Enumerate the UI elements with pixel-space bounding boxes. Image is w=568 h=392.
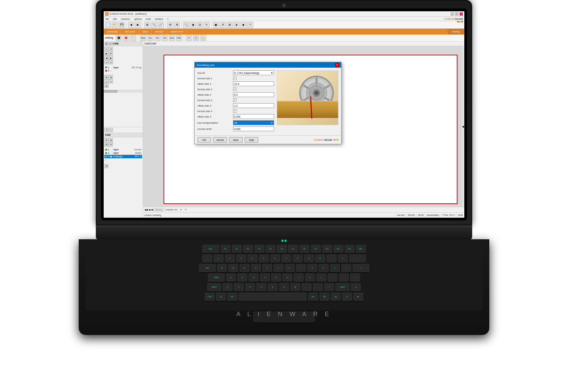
cam-icon-10[interactable]: ◈ [109, 75, 113, 79]
key-minus[interactable]: - [326, 254, 337, 262]
maximize-button[interactable]: □ [455, 12, 459, 16]
tb2-btn-a[interactable]: ✂ [186, 35, 192, 41]
toolbar-open[interactable]: 📂 [112, 22, 118, 28]
key-v[interactable]: V [256, 283, 267, 291]
toolbar-search[interactable]: 🔍 [183, 22, 189, 28]
tab-nesting[interactable]: nesting [448, 29, 464, 35]
key-shift-l[interactable]: SHIFT [207, 283, 221, 291]
cad-icon-2[interactable]: ◈ [109, 138, 113, 142]
key-backspace[interactable]: ← [349, 254, 366, 262]
tb2-g1[interactable]: G1 [147, 35, 153, 41]
close-button[interactable]: ✕ [460, 12, 463, 16]
key-y[interactable]: Y [273, 264, 284, 272]
cad-icon-3[interactable]: ⊟ [104, 143, 108, 147]
toolbar-settings2[interactable]: ⚙ [174, 22, 180, 28]
key-r[interactable]: R [251, 264, 261, 272]
key-f7[interactable]: F7 [288, 245, 298, 253]
cad-tree-item-1[interactable]: 1 📄 layer Konstr [104, 148, 142, 151]
key-9[interactable]: 9 [304, 254, 314, 262]
key-enter[interactable]: ↵ [352, 264, 370, 272]
tb2-fnc[interactable]: FNC [176, 35, 182, 41]
check-format-side-3[interactable]: ✓ [233, 98, 236, 102]
key-a[interactable]: A [226, 273, 236, 282]
key-f3[interactable]: F3 [243, 245, 253, 253]
cam-icon-8[interactable]: ↪ [109, 60, 113, 64]
cam-scrollbar[interactable] [104, 90, 143, 93]
minimize-button[interactable]: ─ [451, 12, 454, 16]
key-right[interactable]: ▶ [353, 293, 363, 301]
key-down[interactable]: ▼ [342, 293, 352, 301]
key-5[interactable]: 5 [259, 254, 269, 262]
menu-help[interactable]: ? [166, 18, 169, 20]
key-7[interactable]: 7 [281, 254, 292, 262]
key-backslash[interactable]: \ [350, 273, 360, 282]
check-format-side-2[interactable]: ✓ [233, 87, 236, 91]
tab-variables-list[interactable]: variables list [164, 208, 179, 211]
input-excess-lenth[interactable]: 0.000 [233, 126, 274, 131]
key-s[interactable]: S [237, 273, 247, 282]
key-3[interactable]: 3 [236, 254, 246, 262]
key-d[interactable]: D [248, 273, 259, 282]
tab-autorunner[interactable]: autorunner [167, 29, 187, 35]
key-rbracket[interactable]: ] [341, 264, 351, 272]
toolbar-zoom-window[interactable]: ⊡ [197, 22, 203, 28]
menu-file[interactable]: file [105, 18, 109, 20]
key-lbracket[interactable]: [ [330, 264, 340, 272]
input-offset-side-1[interactable]: 12.3 [233, 81, 274, 86]
cam-icon-2[interactable]: ✕ [109, 47, 113, 51]
input-offset-side-4[interactable]: 0.000 [233, 114, 274, 119]
toolbar-settings1[interactable]: ⚙ [167, 22, 173, 28]
tab-universal[interactable]: universal [104, 29, 121, 35]
key-h[interactable]: H [282, 273, 293, 282]
btn-ok[interactable]: OK [197, 137, 211, 143]
key-m[interactable]: M [290, 283, 300, 291]
key-l[interactable]: L [316, 273, 326, 282]
tab-door[interactable]: door [139, 29, 152, 35]
key-4[interactable]: 4 [247, 254, 258, 262]
key-up[interactable]: ▲ [351, 283, 361, 291]
tb2-start[interactable]: Start [140, 35, 146, 41]
input-offset-side-3[interactable]: 1.2 [233, 103, 274, 108]
key-q[interactable]: Q [217, 264, 227, 272]
toolbar-zoom-in[interactable]: 🔍 [151, 22, 157, 28]
toolbar-cube[interactable]: ◆ [240, 22, 246, 28]
tb2-g3[interactable]: G3 [162, 35, 168, 41]
key-alt-r[interactable]: ALT [308, 293, 318, 301]
key-0[interactable]: 0 [315, 254, 325, 262]
cam-icon-7[interactable]: ↩ [104, 60, 108, 64]
key-b[interactable]: B [268, 283, 278, 291]
key-1[interactable]: 1 [214, 254, 224, 262]
select-tool-id[interactable]: H_T140_Kappnutsaege ▼ [233, 70, 274, 75]
key-f1[interactable]: F1 [220, 245, 231, 253]
cam-icon-9[interactable]: ⊕ [104, 75, 108, 79]
mid-icon-2[interactable]: ─ [109, 128, 113, 132]
key-slash[interactable]: / [324, 283, 334, 291]
tb2-end[interactable]: End [169, 35, 175, 41]
key-t[interactable]: T [262, 264, 272, 272]
cad-icon-4[interactable]: ✕ [109, 143, 113, 147]
key-f12[interactable]: F12 [345, 245, 355, 253]
toolbar-search2[interactable]: ◉ [190, 22, 196, 28]
mid-icon-1[interactable]: ✕ [104, 128, 108, 132]
tb2-btn-c[interactable]: 📐 [200, 35, 206, 41]
key-f9[interactable]: F9 [311, 245, 321, 253]
toolbar-back[interactable]: ◀ [128, 22, 134, 28]
tb2-btn1[interactable]: ⬛ [116, 35, 122, 41]
right-panel-toggle[interactable]: ◀ [461, 46, 464, 207]
key-f2[interactable]: F2 [232, 245, 242, 253]
key-semi[interactable]: ; [327, 273, 338, 282]
cam-icon-4[interactable]: ⏸ [109, 51, 113, 55]
toolbar-refresh[interactable]: ↺ [220, 22, 226, 28]
formatting-saw-dialog[interactable]: formatting saw ✕ tool-ID H_T140_Kap [194, 62, 341, 144]
cam-icon-5[interactable]: ◀ [104, 56, 108, 60]
select-tool-comp[interactable]: left ▼ [233, 120, 274, 125]
cam-icon-6[interactable]: ▶ [109, 56, 113, 60]
key-z[interactable]: Z [222, 283, 233, 291]
key-caps[interactable]: CAPS [208, 273, 225, 282]
key-period[interactable]: . [313, 283, 323, 291]
btn-help[interactable]: help [245, 137, 258, 143]
menu-tools[interactable]: tools [145, 18, 152, 20]
input-offset-side-2[interactable]: 0.5 [233, 92, 274, 97]
key-u[interactable]: U [285, 264, 295, 272]
key-i[interactable]: I [296, 264, 306, 272]
